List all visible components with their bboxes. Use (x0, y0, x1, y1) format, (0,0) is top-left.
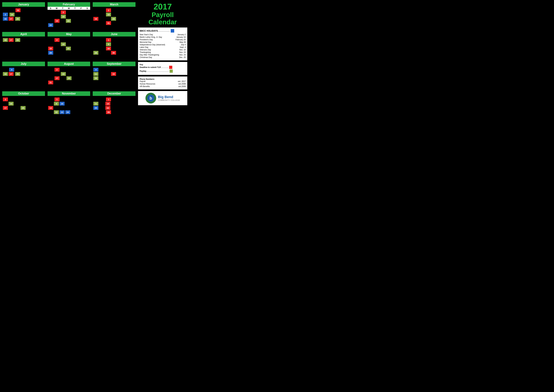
date-badge: 30 (15, 8, 21, 12)
date-row: 1 (48, 98, 90, 101)
right-panel: 2017 Payroll Calendar BBCC HOLIDAYS. . .… (137, 2, 188, 119)
august-dates: 2 10 17 25 31 (48, 67, 90, 86)
date-row: 1 (93, 98, 135, 101)
september-header: September (93, 62, 136, 66)
holiday-independence: Independence Day (observed)July 4 (140, 44, 186, 46)
date-badge: 10 (61, 15, 66, 19)
april-dates: 10 17 25 (2, 37, 45, 56)
date-row: 16 24 (93, 17, 135, 21)
date-row: 10 (48, 72, 90, 76)
date-row: 2 (48, 68, 90, 72)
month-may: May 2 10 16 25 29 (47, 31, 91, 60)
date-badge: 25 (93, 106, 98, 110)
june-header: June (93, 32, 136, 36)
date-badge: 16 (3, 17, 8, 21)
date-badge: 17 (8, 17, 14, 21)
date-row: 4 (3, 68, 44, 72)
holidays-title: BBCC HOLIDAYS. . . . . . . . . . (140, 29, 186, 33)
logo-name: Big Bend (158, 95, 180, 99)
holidays-label: BBCC HOLIDAYS. . . . . . . . . . (140, 29, 169, 32)
holiday-presidents: President's DayFebruary 20 (140, 39, 186, 41)
month-august: August 2 10 17 25 31 (47, 61, 91, 89)
date-row: 31 (48, 81, 90, 84)
date-badge: 10 (3, 72, 8, 76)
month-january: January 30 2 10 16 17 25 (2, 2, 46, 30)
october-header: October (2, 91, 45, 96)
date-badge: 25 (15, 72, 20, 76)
deadline-color-indicator (169, 66, 172, 69)
date-row: 30 (3, 8, 44, 12)
phone-hr-benefits: HR-Benefitsext.2009 (140, 85, 186, 88)
date-badge: 24 (65, 110, 70, 114)
holidays-box: BBCC HOLIDAYS. . . . . . . . . . New Yea… (138, 28, 187, 60)
march-header: March (93, 2, 136, 7)
date-row: 25 (93, 76, 135, 80)
phone-box: Phone Numbers: Payrollext. 2017 Human Re… (138, 77, 187, 89)
date-row: 22 23 24 (48, 110, 90, 114)
date-badge: 9 (106, 42, 111, 46)
date-badge: 10 (106, 13, 111, 16)
phone-hr: Human Resourcesext.2008 (140, 83, 186, 85)
svg-text:b: b (150, 96, 152, 100)
january-dates: 30 2 10 16 17 25 (2, 8, 45, 27)
holiday-memorial: Memorial DayMay 29 (140, 41, 186, 43)
february-dow: S M T W T F S (48, 7, 90, 10)
date-row: 31 (93, 21, 135, 25)
holiday-day-after-thanksgiving: Day After ThanksgivingNov. 24 (140, 54, 186, 56)
date-row: 2 (48, 10, 90, 14)
date-badge: 17 (3, 106, 8, 110)
date-row: 17 25 (3, 106, 44, 110)
date-badge: 10 (61, 42, 66, 46)
date-badge: 25 (93, 76, 98, 80)
date-badge: 1 (106, 38, 111, 42)
date-row: 9 (93, 42, 135, 46)
date-row: 10 17 25 (3, 72, 44, 76)
date-badge: 11 (93, 102, 98, 105)
date-badge: 16 (106, 47, 111, 50)
date-badge: 4 (93, 68, 98, 72)
january-header: January (2, 2, 45, 7)
key-payday: Payday. . . . . . . . . . . . . . . . . … (140, 70, 186, 73)
date-row: 4 (93, 68, 135, 72)
date-row: 29 (93, 110, 135, 114)
date-row: 2 (93, 8, 135, 12)
date-badge: 10 (3, 38, 8, 42)
date-row: 14 (48, 106, 90, 110)
date-badge: 24 (111, 17, 116, 21)
date-row: 10 (3, 102, 44, 105)
month-september: September 4 11 15 25 (92, 61, 136, 89)
december-dates: 1 11 14 25 22 29 (93, 97, 136, 116)
date-badge: 2 (55, 68, 60, 72)
may-header: May (48, 32, 90, 36)
february-dates: 2 10 15 24 20 (48, 10, 90, 29)
date-badge: 17 (55, 76, 60, 80)
date-badge: 23 (60, 110, 65, 114)
date-row: 17 25 (48, 76, 90, 80)
date-badge: 2 (61, 10, 66, 14)
date-row: 25 22 (93, 106, 135, 110)
date-badge: 17 (8, 38, 14, 42)
date-row: 11 14 (93, 102, 135, 105)
date-row: 9 10 (48, 102, 90, 105)
logo-icon: b (145, 93, 156, 104)
date-row: 2 10 (3, 13, 44, 16)
date-row: 11 15 (93, 72, 135, 76)
september-dates: 4 11 15 25 (93, 67, 136, 86)
date-badge: 15 (55, 19, 60, 23)
logo-sub: COMMUNITY COLLEGE (158, 99, 180, 101)
date-row: 10 17 25 (3, 38, 44, 42)
november-dates: 1 9 10 14 22 23 24 (48, 97, 90, 116)
month-february: February S M T W T F S 2 10 15 24 20 (47, 2, 91, 30)
title-year: 2017 (138, 2, 187, 11)
date-badge: 2 (3, 13, 8, 16)
april-header: April (2, 32, 45, 36)
october-dates: 2 10 17 25 (2, 97, 45, 116)
holiday-color-indicator (171, 29, 174, 33)
date-badge: 2 (3, 98, 8, 101)
june-dates: 1 9 16 26 30 (93, 37, 136, 56)
holiday-labor: Labor DaySept. 4 (140, 46, 186, 48)
key-box: Key Deadline to submit TLR . . . . . . .… (138, 62, 187, 75)
july-header: July (2, 62, 45, 66)
month-october: October 2 10 17 25 (2, 91, 46, 119)
month-december: December 1 11 14 25 22 29 (92, 91, 136, 119)
